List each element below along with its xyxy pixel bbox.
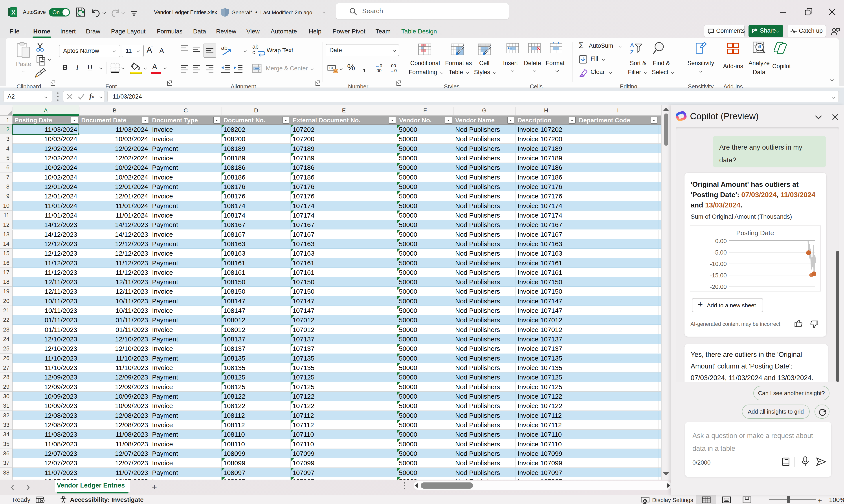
svg-text:C¢: C¢ (329, 66, 333, 70)
svg-text:0.00: 0.00 (715, 238, 727, 245)
svg-text:-20.00: -20.00 (710, 284, 727, 290)
svg-text:Posting Date: Posting Date (736, 229, 774, 236)
svg-text:X: X (12, 9, 16, 16)
svg-text:-5.00: -5.00 (713, 249, 727, 256)
svg-text:-10.00: -10.00 (710, 261, 727, 267)
svg-text:A: A (630, 42, 634, 49)
svg-text:-15.00: -15.00 (710, 272, 727, 279)
svg-text:Z: Z (630, 49, 634, 55)
